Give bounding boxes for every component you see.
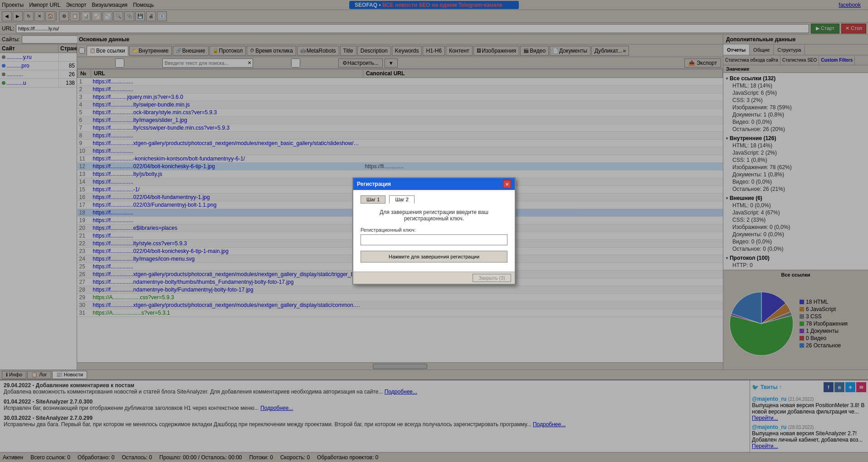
- modal-close-x-button[interactable]: ✕: [503, 180, 511, 188]
- modal-key-input[interactable]: [361, 234, 507, 245]
- modal-submit-button[interactable]: Нажмите для завершения регистрации: [361, 251, 507, 263]
- modal-description: Для завершения регистрации введите вашре…: [361, 209, 507, 222]
- modal-footer: Закрыть (3): [353, 272, 515, 284]
- registration-modal: Регистрация ✕ Шаг 1 Шаг 2 Для завершения…: [352, 177, 516, 285]
- modal-step1-tab[interactable]: Шаг 1: [361, 195, 385, 204]
- modal-overlay[interactable]: Регистрация ✕ Шаг 1 Шаг 2 Для завершения…: [0, 0, 868, 462]
- modal-steps: Шаг 1 Шаг 2: [361, 195, 507, 204]
- modal-title: Регистрация: [357, 181, 391, 187]
- modal-key-label: Регистрационный ключ:: [361, 227, 507, 233]
- modal-body: Шаг 1 Шаг 2 Для завершения регистрации в…: [353, 190, 515, 272]
- modal-step2-tab[interactable]: Шаг 2: [389, 195, 414, 204]
- modal-close-button[interactable]: Закрыть (3): [473, 274, 511, 282]
- modal-titlebar: Регистрация ✕: [353, 178, 515, 190]
